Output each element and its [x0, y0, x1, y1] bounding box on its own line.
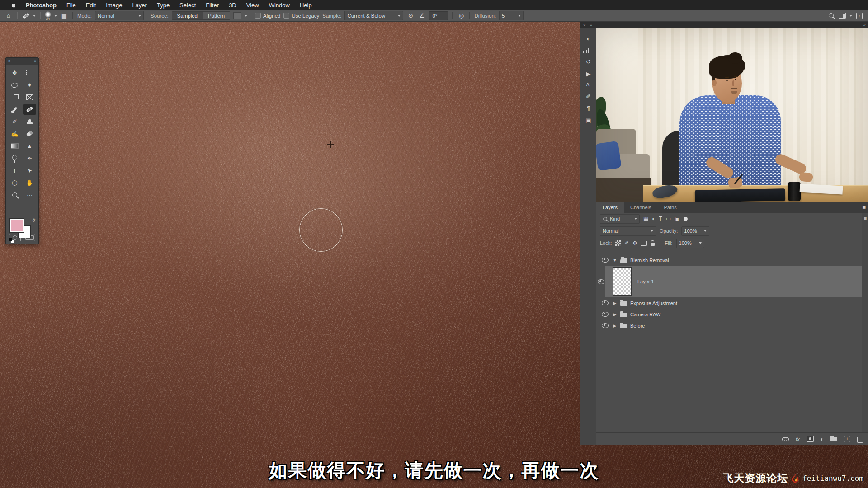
mode-select[interactable]: Normal — [95, 11, 144, 20]
sampled-button[interactable]: Sampled — [172, 12, 203, 19]
close-icon[interactable]: × — [8, 59, 10, 63]
shape-layer-filter-icon[interactable]: ▭ — [666, 216, 671, 221]
histogram-icon[interactable] — [583, 48, 594, 53]
collapse-icon[interactable]: « — [34, 59, 36, 63]
new-adjustment-layer-icon[interactable]: ◐ — [821, 436, 824, 442]
hand-tool[interactable]: ✋ — [23, 177, 36, 188]
tab-paths[interactable]: Paths — [658, 202, 683, 213]
panel-menu-icon[interactable]: ≡ — [859, 202, 868, 213]
chevron-down-icon[interactable]: ▼ — [613, 258, 617, 263]
character-icon[interactable]: A| — [583, 83, 594, 87]
chevron-right-icon[interactable]: ▶ — [613, 312, 617, 317]
angle-input[interactable]: 0° — [429, 11, 448, 20]
brush-panel-toggle-icon[interactable]: ▤ — [60, 11, 68, 20]
filter-toggle-icon[interactable] — [684, 217, 688, 221]
foreground-color-swatch[interactable] — [10, 219, 24, 232]
visibility-eye-icon[interactable] — [602, 300, 609, 305]
new-group-icon[interactable] — [830, 437, 837, 441]
lock-transparency-icon[interactable] — [615, 240, 621, 246]
menu-edit[interactable]: Edit — [81, 2, 101, 9]
opacity-input[interactable]: 100% — [681, 226, 709, 236]
kind-filter-select[interactable]: Kind — [600, 214, 640, 224]
lock-all-icon[interactable] — [651, 243, 655, 246]
gradient-tool[interactable] — [8, 141, 21, 151]
magic-wand-tool[interactable]: ✦ — [23, 80, 36, 90]
ellipse-tool[interactable]: ◯ — [8, 177, 21, 188]
menu-view[interactable]: View — [241, 2, 264, 9]
layer-styles-icon[interactable]: fx — [796, 436, 800, 442]
layer-group-row[interactable]: ▶ Before — [596, 320, 862, 331]
lock-artboard-icon[interactable] — [641, 241, 647, 246]
use-legacy-checkbox[interactable] — [283, 13, 289, 19]
layer-group-name[interactable]: Before — [630, 323, 645, 328]
layer-name[interactable]: Layer 1 — [637, 279, 654, 284]
marquee-tool[interactable] — [23, 67, 36, 78]
workspace-icon[interactable] — [838, 11, 846, 20]
type-layer-filter-icon[interactable]: T — [659, 216, 662, 221]
smart-object-filter-icon[interactable]: ▣ — [675, 216, 679, 221]
visibility-eye-icon[interactable] — [602, 258, 609, 263]
expand-icon[interactable]: » — [590, 23, 592, 28]
edit-toolbar[interactable]: ⋯ — [23, 189, 36, 200]
menu-select[interactable]: Select — [175, 2, 201, 9]
menu-3d[interactable]: 3D — [224, 2, 241, 9]
clone-source-icon[interactable]: ▣ — [583, 117, 594, 123]
use-legacy-checkbox-group[interactable]: Use Legacy — [283, 13, 319, 19]
diffusion-select[interactable]: 5 — [499, 11, 524, 20]
adjustments-icon[interactable]: ◐ — [583, 36, 594, 42]
frame-tool[interactable] — [23, 92, 36, 103]
menu-photoshop[interactable]: Photoshop — [21, 2, 61, 9]
crop-tool[interactable] — [8, 92, 21, 103]
chevron-down-icon[interactable] — [33, 15, 36, 17]
pattern-button[interactable]: Pattern — [203, 12, 230, 19]
sample-select[interactable]: Current & Below — [344, 11, 403, 20]
lock-position-icon[interactable]: ✥ — [632, 240, 637, 246]
link-layers-icon[interactable] — [782, 437, 789, 441]
panel-options-icon[interactable]: ≡ — [864, 216, 867, 433]
zoom-tool[interactable] — [8, 189, 21, 200]
swap-colors-icon[interactable]: ⇄ — [31, 217, 37, 223]
brush-tool[interactable]: ✐ — [8, 116, 21, 127]
apple-menu[interactable] — [6, 2, 21, 8]
pen-pressure-icon[interactable]: ◎ — [457, 11, 465, 20]
fill-input[interactable]: 100% — [676, 239, 704, 248]
history-brush-tool[interactable]: ✍ — [8, 128, 21, 139]
menu-file[interactable]: File — [61, 2, 81, 9]
eraser-tool[interactable] — [23, 128, 36, 139]
visibility-eye-icon[interactable] — [602, 323, 609, 328]
path-select-tool[interactable]: ➤ — [23, 165, 36, 176]
clone-stamp-tool[interactable] — [23, 116, 36, 127]
visibility-eye-icon[interactable] — [598, 279, 604, 284]
actions-icon[interactable]: ▶ — [583, 71, 594, 77]
home-icon[interactable]: ⌂ — [5, 11, 13, 20]
layer-row-selected[interactable]: Layer 1 — [596, 266, 862, 297]
blend-mode-select[interactable]: Normal — [600, 226, 656, 236]
ignore-adjustment-layers-icon[interactable]: ⊘ — [406, 11, 415, 20]
brush-settings-icon[interactable]: ✐ — [583, 94, 594, 99]
close-icon[interactable]: × — [583, 23, 586, 28]
layer-group-row[interactable]: ▼ Blemish Removal — [596, 254, 862, 266]
menu-layer[interactable]: Layer — [127, 2, 152, 9]
menu-help[interactable]: Help — [295, 2, 317, 9]
chevron-right-icon[interactable]: ▶ — [613, 324, 617, 328]
add-mask-icon[interactable] — [807, 436, 814, 442]
menu-filter[interactable]: Filter — [201, 2, 224, 9]
visibility-eye-icon[interactable] — [602, 312, 609, 317]
lasso-tool[interactable] — [8, 80, 21, 90]
eyedropper-tool[interactable] — [8, 104, 21, 115]
aligned-checkbox-group[interactable]: Aligned — [255, 13, 280, 19]
chevron-down-icon[interactable] — [54, 15, 57, 17]
adjustment-layer-filter-icon[interactable]: ◐ — [652, 216, 655, 221]
layer-thumbnail[interactable] — [613, 268, 631, 295]
new-layer-icon[interactable]: + — [844, 436, 850, 442]
tutorial-video[interactable] — [596, 28, 868, 202]
healing-brush-tool-selected[interactable] — [23, 104, 36, 115]
type-tool[interactable]: T — [8, 165, 21, 176]
layer-group-name[interactable]: Blemish Removal — [630, 258, 669, 263]
paragraph-icon[interactable]: ¶ — [583, 105, 594, 111]
share-icon[interactable]: ↑ — [855, 11, 863, 20]
shape-tool[interactable]: ▲ — [23, 141, 36, 151]
dodge-tool[interactable] — [8, 153, 21, 164]
pattern-swatch[interactable] — [233, 12, 241, 19]
chevron-down-icon[interactable] — [849, 15, 852, 17]
